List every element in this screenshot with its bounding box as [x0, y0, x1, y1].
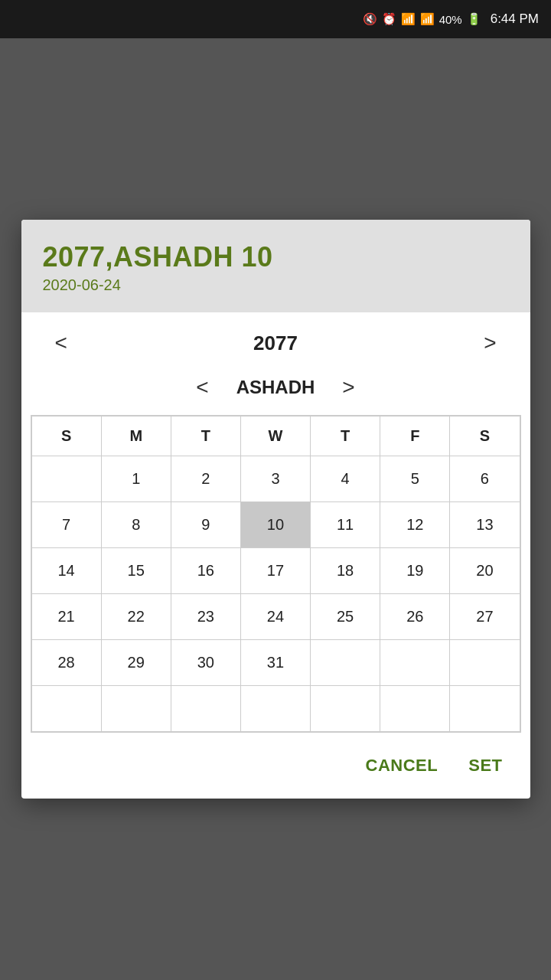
calendar-day[interactable]: 5 [380, 456, 450, 502]
calendar-day [311, 686, 380, 732]
calendar-day[interactable]: 8 [101, 502, 171, 548]
calendar-day [380, 640, 450, 686]
year-row: < 2077 > [21, 312, 530, 366]
year-label: 2077 [253, 332, 298, 355]
calendar-day[interactable]: 27 [450, 594, 520, 640]
dialog-actions: CANCEL SET [21, 733, 530, 799]
wifi-icon: 📶 [401, 12, 416, 26]
dialog-body: < 2077 > < ASHADH > S M T W [21, 312, 530, 733]
status-time: 6:44 PM [491, 11, 539, 27]
calendar-week-row: 28293031 [31, 640, 520, 686]
calendar-day[interactable]: 19 [380, 548, 450, 594]
calendar-day [311, 640, 380, 686]
calendar-day[interactable]: 14 [31, 548, 101, 594]
weekday-t2: T [311, 416, 380, 456]
weekday-header-row: S M T W T F S [31, 416, 520, 456]
calendar-day[interactable]: 17 [240, 548, 310, 594]
calendar-grid: S M T W T F S 12345678910111213141516171… [31, 415, 521, 733]
mute-icon: 🔇 [363, 12, 377, 26]
dialog: 2077,ASHADH 10 2020-06-24 < 2077 > < ASH… [21, 220, 530, 799]
calendar-day[interactable]: 11 [311, 502, 380, 548]
weekday-s1: S [31, 416, 101, 456]
set-button[interactable]: SET [462, 751, 508, 780]
weekday-f: F [380, 416, 450, 456]
calendar-day[interactable]: 6 [450, 456, 520, 502]
battery-text: 40% [439, 13, 462, 26]
calendar-day [240, 686, 310, 732]
calendar-day[interactable]: 10 [240, 502, 310, 548]
weekday-m: M [101, 416, 171, 456]
calendar-week-row: 78910111213 [31, 502, 520, 548]
alarm-icon: ⏰ [382, 12, 396, 26]
screen: 2077,ASHADH 10 2020-06-24 < 2077 > < ASH… [0, 38, 551, 980]
status-bar: 🔇 ⏰ 📶 📶 40% 🔋 6:44 PM [0, 0, 551, 38]
calendar-week-row: 21222324252627 [31, 594, 520, 640]
calendar-day[interactable]: 15 [101, 548, 171, 594]
calendar-week-row: 123456 [31, 456, 520, 502]
next-year-button[interactable]: > [474, 328, 505, 358]
calendar-day[interactable]: 30 [171, 640, 240, 686]
calendar-week-row: 14151617181920 [31, 548, 520, 594]
calendar-day[interactable]: 28 [31, 640, 101, 686]
calendar-day[interactable]: 7 [31, 502, 101, 548]
status-icons: 🔇 ⏰ 📶 📶 40% 🔋 6:44 PM [363, 11, 539, 27]
signal-icon: 📶 [420, 12, 435, 26]
calendar-day [380, 686, 450, 732]
calendar-week-row [31, 686, 520, 732]
calendar-day[interactable]: 1 [101, 456, 171, 502]
calendar-day[interactable]: 20 [450, 548, 520, 594]
calendar-day[interactable]: 25 [311, 594, 380, 640]
calendar-day[interactable]: 21 [31, 594, 101, 640]
calendar-day [31, 456, 101, 502]
weekday-s2: S [450, 416, 520, 456]
cancel-button[interactable]: CANCEL [360, 751, 445, 780]
prev-month-button[interactable]: < [187, 372, 217, 403]
calendar-day [450, 640, 520, 686]
month-row: < ASHADH > [21, 366, 530, 415]
header-gregorian: 2020-06-24 [43, 276, 509, 294]
calendar-day[interactable]: 26 [380, 594, 450, 640]
calendar-day [31, 686, 101, 732]
calendar-day[interactable]: 29 [101, 640, 171, 686]
calendar-day[interactable]: 22 [101, 594, 171, 640]
calendar-day [101, 686, 171, 732]
calendar-day [171, 686, 240, 732]
calendar-day[interactable]: 31 [240, 640, 310, 686]
calendar-day[interactable]: 18 [311, 548, 380, 594]
header-year-month: 2077,ASHADH 10 [43, 241, 509, 273]
calendar-day[interactable]: 9 [171, 502, 240, 548]
calendar-day[interactable]: 13 [450, 502, 520, 548]
calendar-day[interactable]: 23 [171, 594, 240, 640]
calendar-day[interactable]: 16 [171, 548, 240, 594]
calendar-day[interactable]: 2 [171, 456, 240, 502]
calendar-day [450, 686, 520, 732]
calendar-day[interactable]: 24 [240, 594, 310, 640]
weekday-t1: T [171, 416, 240, 456]
month-label: ASHADH [236, 377, 315, 398]
next-month-button[interactable]: > [333, 372, 364, 403]
battery-icon: 🔋 [467, 12, 481, 26]
prev-year-button[interactable]: < [46, 328, 77, 358]
calendar-day[interactable]: 12 [380, 502, 450, 548]
calendar-day[interactable]: 3 [240, 456, 310, 502]
calendar-day[interactable]: 4 [311, 456, 380, 502]
dialog-header: 2077,ASHADH 10 2020-06-24 [21, 220, 530, 312]
weekday-w: W [240, 416, 310, 456]
